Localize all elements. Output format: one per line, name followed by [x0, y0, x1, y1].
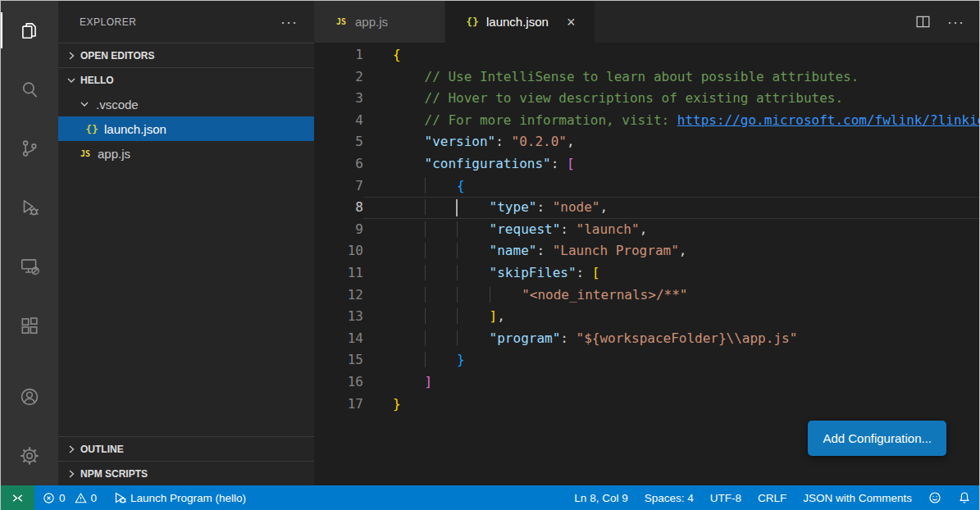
close-icon[interactable]: ×	[567, 15, 576, 30]
code-line-8[interactable]: 8 "type": "node",	[314, 197, 979, 219]
line-number[interactable]: 4	[314, 110, 363, 132]
feedback-icon[interactable]	[920, 485, 950, 510]
line-number[interactable]: 11	[314, 262, 363, 285]
explorer-sidebar: EXPLORER ··· OPEN EDITORS HELLO .vscode{…	[58, 1, 314, 485]
encoding-label: UTF-8	[710, 492, 741, 504]
section-open-editors[interactable]: OPEN EDITORS	[58, 43, 314, 67]
activity-bar-top	[1, 1, 58, 355]
explorer-icon	[19, 20, 40, 41]
split-editor-icon[interactable]	[915, 14, 931, 30]
more-actions-icon[interactable]: ···	[947, 15, 964, 30]
line-number[interactable]: 3	[314, 88, 363, 110]
code-line-12[interactable]: 12 "<node_internals>/**"	[314, 285, 979, 307]
sidebar-more-actions-icon[interactable]: ···	[280, 15, 298, 30]
add-configuration-button[interactable]: Add Configuration...	[808, 421, 946, 456]
code-line-3[interactable]: 3 // Hover to view descriptions of exist…	[314, 88, 979, 110]
code-line-1[interactable]: 1{	[314, 44, 979, 66]
file-tree: .vscode{}launch.jsonJSapp.js	[58, 92, 314, 166]
activity-bar-item-run-and-debug[interactable]	[1, 178, 58, 237]
section-label: OPEN EDITORS	[80, 50, 154, 61]
problems-indicator[interactable]: 0 0	[34, 485, 105, 510]
code-line-5[interactable]: 5 "version": "0.2.0",	[314, 131, 979, 153]
code-line-6[interactable]: 6 "configurations": [	[314, 153, 979, 175]
section-label: HELLO	[80, 75, 114, 86]
line-number[interactable]: 13	[314, 306, 363, 328]
file-name: .vscode	[96, 98, 139, 112]
accounts-icon	[19, 386, 40, 408]
eol-status[interactable]: CRLF	[750, 485, 795, 510]
chevron-down-icon	[65, 74, 78, 87]
warning-icon	[75, 492, 87, 504]
line-number[interactable]: 7	[314, 175, 363, 198]
editor-pane: 1{2 // Use IntelliSense to learn about p…	[314, 43, 979, 485]
error-count: 0	[59, 492, 66, 504]
activity-bar-item-search[interactable]	[1, 60, 58, 119]
tab-app-js[interactable]: JS app.js	[314, 1, 445, 43]
debug-status[interactable]: Launch Program (hello)	[105, 485, 254, 510]
tab-bar: JS app.js {} launch.json × ···	[314, 1, 979, 43]
chevron-down-icon	[78, 98, 91, 111]
section-folder-hello[interactable]: HELLO	[58, 67, 314, 92]
code-line-10[interactable]: 10 "name": "Launch Program",	[314, 240, 979, 262]
code-line-2[interactable]: 2 // Use IntelliSense to learn about pos…	[314, 66, 979, 89]
code-line-9[interactable]: 9 "request": "launch",	[314, 219, 979, 241]
tab-label: app.js	[355, 15, 388, 29]
line-number[interactable]: 6	[314, 153, 363, 175]
line-number[interactable]: 17	[314, 394, 363, 416]
tab-label: launch.json	[486, 15, 549, 29]
indentation-label: Spaces: 4	[645, 492, 694, 504]
code-line-4[interactable]: 4 // For more information, visit: https:…	[314, 110, 979, 132]
code-line-13[interactable]: 13 ],	[314, 306, 979, 328]
line-number[interactable]: 14	[314, 328, 363, 350]
activity-bar-bottom	[1, 367, 58, 485]
tab-launch-json[interactable]: {} launch.json ×	[445, 1, 595, 43]
code-line-15[interactable]: 15 }	[314, 349, 979, 371]
line-number[interactable]: 9	[314, 219, 363, 241]
sidebar-header: EXPLORER ···	[58, 1, 314, 43]
tree-item-vscode[interactable]: .vscode	[58, 92, 314, 116]
code-line-17[interactable]: 17}	[314, 394, 979, 416]
manage-icon	[19, 445, 40, 467]
section-npm-scripts[interactable]: NPM SCRIPTS	[58, 461, 314, 485]
line-number[interactable]: 10	[314, 240, 363, 262]
activity-bar-item-extensions[interactable]	[1, 296, 58, 355]
search-icon	[19, 79, 40, 100]
line-number[interactable]: 1	[314, 44, 363, 66]
remote-explorer-icon	[19, 256, 40, 277]
code-line-16[interactable]: 16 ]	[314, 371, 979, 394]
tree-item-app-js[interactable]: JSapp.js	[58, 141, 314, 166]
line-number[interactable]: 8	[314, 197, 363, 219]
activity-bar-item-manage[interactable]	[1, 426, 58, 485]
line-number[interactable]: 2	[314, 66, 363, 89]
line-number[interactable]: 16	[314, 371, 363, 394]
activity-bar-item-remote-explorer[interactable]	[1, 237, 58, 296]
json-file-icon: {}	[465, 16, 480, 28]
warning-count: 0	[91, 492, 98, 504]
section-label: NPM SCRIPTS	[80, 468, 148, 480]
line-col-label: Ln 8, Col 9	[574, 492, 627, 504]
activity-bar-item-source-control[interactable]	[1, 119, 58, 178]
activity-bar-item-explorer[interactable]	[1, 1, 58, 60]
tree-item-launch-json[interactable]: {}launch.json	[58, 116, 314, 141]
source-control-icon	[19, 138, 40, 159]
extensions-icon	[19, 315, 40, 336]
code-area[interactable]: 1{2 // Use IntelliSense to learn about p…	[314, 44, 979, 415]
line-number[interactable]: 12	[314, 285, 363, 307]
encoding-status[interactable]: UTF-8	[702, 485, 750, 510]
code-line-14[interactable]: 14 "program": "${workspaceFolder}\\app.j…	[314, 328, 979, 350]
language-mode-status[interactable]: JSON with Comments	[795, 485, 920, 510]
code-line-7[interactable]: 7 {	[314, 175, 979, 198]
eol-label: CRLF	[758, 492, 786, 504]
activity-bar-item-accounts[interactable]	[1, 367, 58, 426]
section-outline[interactable]: OUTLINE	[58, 436, 314, 461]
notifications-bell-icon[interactable]	[950, 485, 979, 510]
remote-indicator[interactable]	[1, 485, 34, 510]
js-file-icon: JS	[78, 149, 93, 158]
line-number[interactable]: 5	[314, 131, 363, 153]
editor-group: JS app.js {} launch.json × ··· 1{2 // Us…	[314, 1, 979, 485]
line-number[interactable]: 15	[314, 349, 363, 371]
cursor-position-status[interactable]: Ln 8, Col 9	[566, 485, 636, 510]
code-line-11[interactable]: 11 "skipFiles": [	[314, 262, 979, 285]
debug-config-label: Launch Program (hello)	[130, 492, 246, 504]
indentation-status[interactable]: Spaces: 4	[636, 485, 702, 510]
